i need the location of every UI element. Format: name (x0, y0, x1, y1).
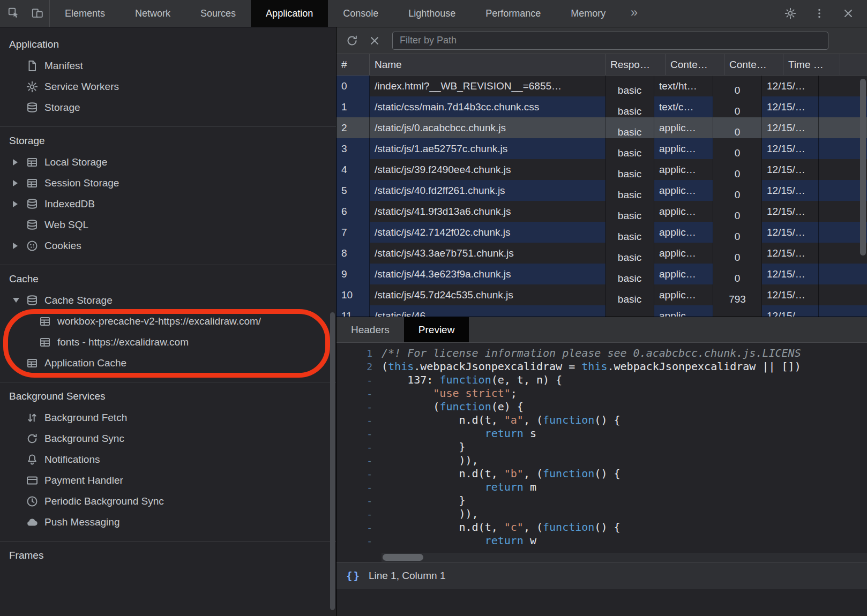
table-cell: /static/js/44.3e623f9a.chunk.js (370, 264, 606, 284)
table-cell: 0 (713, 201, 762, 222)
table-row[interactable]: 0/index.html?__WB_REVISION__=6855…basict… (337, 76, 867, 96)
table-vertical-scrollbar[interactable] (860, 77, 866, 315)
code-text: "use strict"; (382, 387, 517, 400)
kebab-menu-icon[interactable] (805, 7, 834, 20)
more-panels-chevron-icon[interactable]: » (621, 0, 647, 27)
column-header-time[interactable]: Time … (783, 54, 840, 75)
sidebar-item-push-messaging[interactable]: Push Messaging (0, 512, 336, 532)
table-cell: /static/js/40.fd2ff261.chunk.js (370, 180, 606, 201)
sidebar-item-cookies[interactable]: Cookies (0, 235, 336, 256)
cache-storage-panel: #NameRespo…Conte…Conte…Time … 0/index.ht… (337, 27, 867, 616)
table-row[interactable]: 9/static/js/44.3e623f9a.chunk.jsbasicapp… (337, 264, 867, 284)
preview-tab-headers[interactable]: Headers (337, 317, 404, 342)
sidebar-item-label: Background Sync (44, 433, 124, 445)
column-header-respo[interactable]: Respo… (606, 54, 666, 75)
close-devtools-icon[interactable] (834, 7, 863, 20)
tab-memory[interactable]: Memory (556, 0, 621, 27)
sidebar-item-notifications[interactable]: Notifications (0, 449, 336, 470)
cache-toolbar (337, 27, 867, 54)
sidebar-item-storage[interactable]: Storage (0, 97, 336, 118)
sidebar-item-periodic-background-sync[interactable]: Periodic Background Sync (0, 491, 336, 512)
sidebar-item-label: Web SQL (44, 219, 88, 231)
sidebar-item-indexeddb[interactable]: IndexedDB (0, 193, 336, 214)
tab-network[interactable]: Network (120, 0, 185, 27)
preview-filler (337, 589, 867, 616)
table-cell: 5 (337, 180, 370, 201)
tab-application[interactable]: Application (251, 0, 328, 27)
tab-console[interactable]: Console (328, 0, 393, 27)
section-title: Storage (0, 130, 336, 152)
code-line: - } (337, 494, 867, 507)
table-cell: basic (606, 159, 654, 180)
sidebar-item-payment-handler[interactable]: Payment Handler (0, 470, 336, 491)
table-row[interactable]: 1/static/css/main.7d14b3cc.chunk.cssbasi… (337, 96, 867, 117)
sidebar-item-application-cache[interactable]: Application Cache (0, 352, 336, 373)
table-row[interactable]: 2/static/js/0.acabcbcc.chunk.jsbasicappl… (337, 117, 867, 138)
tab-performance[interactable]: Performance (470, 0, 556, 27)
table-cell: 12/15/… (762, 243, 819, 264)
preview-tab-bar: HeadersPreview (337, 317, 867, 343)
sidebar-item-cache-storage[interactable]: Cache Storage (0, 290, 336, 311)
tab-lighthouse[interactable]: Lighthouse (393, 0, 470, 27)
code-text: return s (382, 427, 536, 440)
sidebar-item-local-storage[interactable]: Local Storage (0, 152, 336, 172)
table-cell: 793 (713, 305, 762, 317)
chevron-right-icon[interactable] (13, 180, 26, 186)
sidebar-item-label: workbox-precache-v2-https://excalidraw.c… (57, 315, 261, 327)
table-row[interactable]: 8/static/js/43.3ae7b751.chunk.jsbasicapp… (337, 243, 867, 264)
sidebar-item-manifest[interactable]: Manifest (0, 55, 336, 76)
table-cell: 12/15/… (762, 76, 819, 96)
table-cell: 12/15/… (762, 159, 819, 180)
scrollbar-thumb[interactable] (383, 554, 423, 561)
sidebar-item-fonts-https-excalidraw-com[interactable]: fonts - https://excalidraw.com (0, 332, 336, 352)
sidebar-item-session-storage[interactable]: Session Storage (0, 172, 336, 193)
line-number: - (337, 400, 382, 414)
table-row[interactable]: 4/static/js/39.f2490ee4.chunk.jsbasicapp… (337, 159, 867, 180)
preview-tab-preview[interactable]: Preview (404, 317, 469, 342)
table-row[interactable]: 3/static/js/1.ae52757c.chunk.jsbasicappl… (337, 138, 867, 159)
table-cell: 0 (713, 264, 762, 284)
code-text: (function(e) { (382, 400, 524, 414)
scrollbar-thumb[interactable] (860, 79, 866, 256)
sidebar-scrollbar[interactable] (330, 312, 335, 610)
table-cell: applic… (654, 180, 713, 201)
sidebar-item-background-fetch[interactable]: Background Fetch (0, 407, 336, 428)
refresh-icon[interactable] (341, 29, 363, 52)
table-row[interactable]: 10/static/js/45.7d24c535.chunk.jsbasicap… (337, 284, 867, 305)
code-line: - "use strict"; (337, 387, 867, 400)
code-line: - return w (337, 534, 867, 547)
settings-gear-icon[interactable] (776, 7, 805, 20)
table-cell: 0 (337, 76, 370, 96)
code-horizontal-scrollbar[interactable] (382, 553, 867, 562)
chevron-right-icon[interactable] (13, 243, 26, 249)
table-row[interactable]: 11/static/js/46…basicapplic…79312/15/… (337, 305, 867, 317)
column-header-[interactable]: # (337, 54, 370, 75)
column-header-conte[interactable]: Conte… (666, 54, 724, 75)
table-cell: /static/js/43.3ae7b751.chunk.js (370, 243, 606, 264)
delete-selected-icon[interactable] (363, 29, 386, 52)
filter-by-path-input[interactable] (392, 32, 828, 50)
sidebar-item-workbox-precache-v2-https-excalidraw-com[interactable]: workbox-precache-v2-https://excalidraw.c… (0, 311, 336, 332)
chevron-right-icon[interactable] (13, 201, 26, 207)
chevron-right-icon[interactable] (13, 159, 26, 166)
column-header-conte[interactable]: Conte… (724, 54, 783, 75)
sidebar-section-frames: Frames (0, 541, 336, 575)
table-row[interactable]: 6/static/js/41.9f3d13a6.chunk.jsbasicapp… (337, 201, 867, 222)
tab-elements[interactable]: Elements (50, 0, 120, 27)
chevron-down-icon[interactable] (13, 298, 26, 303)
sidebar-item-web-sql[interactable]: Web SQL (0, 214, 336, 235)
table-cell: 0 (713, 222, 762, 243)
table-row[interactable]: 7/static/js/42.7142f02c.chunk.jsbasicapp… (337, 222, 867, 243)
sidebar-item-service-workers[interactable]: Service Workers (0, 76, 336, 97)
sidebar-item-background-sync[interactable]: Background Sync (0, 428, 336, 449)
column-header-name[interactable]: Name (370, 54, 606, 75)
tab-sources[interactable]: Sources (185, 0, 251, 27)
device-toolbar-icon[interactable] (26, 7, 49, 20)
table-row[interactable]: 5/static/js/40.fd2ff261.chunk.jsbasicapp… (337, 180, 867, 201)
table-cell: 1 (337, 96, 370, 117)
code-text: 137: function(e, t, n) { (382, 373, 562, 387)
table-cell: applic… (654, 138, 713, 159)
inspect-element-icon[interactable] (2, 7, 26, 20)
table-cell: text/ht… (654, 76, 713, 96)
manifest-icon (26, 59, 39, 72)
